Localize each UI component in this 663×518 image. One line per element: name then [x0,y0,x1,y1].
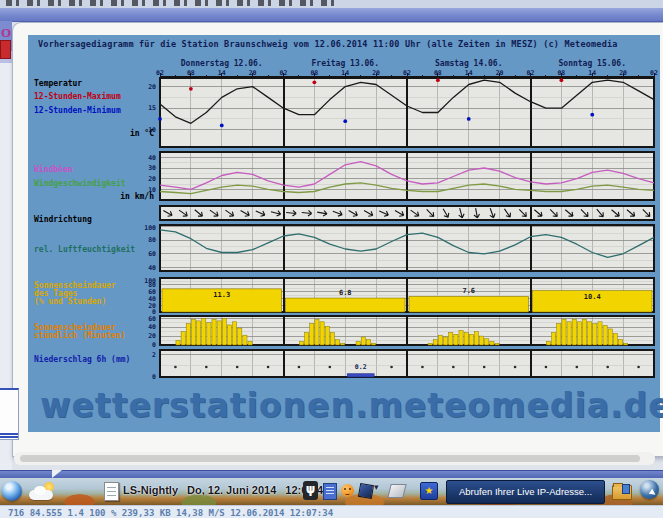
svg-text:15: 15 [148,104,156,112]
svg-text:2: 2 [152,351,156,359]
svg-text:Samstag 14.06.: Samstag 14.06. [435,59,502,68]
clipped-text-fragment [6,0,336,6]
svg-text:20: 20 [148,83,156,91]
svg-text:Windrichtung: Windrichtung [34,214,92,224]
svg-text:0.2: 0.2 [355,363,367,371]
svg-text:0: 0 [152,341,156,349]
top-strip [0,0,663,8]
status-text: 716 84.555 1.4 100 % 239,33 KB 14,38 M/S… [8,508,333,518]
svg-text:in km/h: in km/h [120,191,154,201]
svg-text:40: 40 [148,323,156,331]
svg-text:60: 60 [148,250,156,258]
svg-text:20: 20 [148,332,156,340]
weather-cloud-icon[interactable] [29,482,56,501]
svg-text:12-Stunden-Minimum: 12-Stunden-Minimum [34,105,121,115]
taskbar-app-label: LS-Nightly [123,484,178,496]
svg-text:08: 08 [557,69,565,77]
svg-text:100: 100 [144,224,156,232]
svg-text:Temperatur: Temperatur [34,79,82,88]
svg-text:100: 100 [144,277,156,285]
svg-text:7.6: 7.6 [462,287,475,295]
tray-caret-icon[interactable]: ▾ [374,482,379,492]
watermark: wetterstationen.meteomedia.de [40,386,654,425]
svg-text:30: 30 [148,164,156,172]
svg-text:11.3: 11.3 [213,291,230,299]
globe-icon[interactable] [640,480,659,499]
svg-text:20: 20 [372,69,380,77]
ip-banner[interactable]: Abrufen Ihrer Live IP-Adresse... [446,480,605,504]
svg-text:40: 40 [148,154,156,162]
svg-text:20: 20 [249,69,257,77]
app-orb-icon[interactable] [2,481,22,501]
clipped-letter: O [1,25,11,41]
svg-text:08: 08 [187,69,195,77]
svg-text:in °C: in °C [130,128,154,138]
notes-icon[interactable] [104,482,119,501]
svg-text:02: 02 [280,69,288,77]
taskbar-date: Do, 12. Juni 2014 [187,484,276,496]
svg-text:stündlich (Minuten): stündlich (Minuten) [34,330,126,340]
svg-text:Sonntag 15.06.: Sonntag 15.06. [559,59,626,68]
svg-text:40: 40 [148,264,156,272]
svg-text:Windböen: Windböen [34,164,73,174]
usb-icon[interactable]: ψ [303,481,318,500]
svg-text:12-Stunden-Maximum: 12-Stunden-Maximum [34,91,121,101]
svg-text:Niederschlag 6h (mm): Niederschlag 6h (mm) [34,354,130,364]
svg-text:08: 08 [434,69,442,77]
svg-text:0: 0 [152,373,156,381]
svg-text:(% und Stunden): (% und Stunden) [34,297,106,306]
svg-text:14: 14 [588,69,596,77]
meteogram-image: Vorhersagediagramm für die Station Braun… [28,35,660,432]
svg-text:14: 14 [218,69,226,77]
red-block [0,40,11,59]
svg-text:80: 80 [148,236,156,244]
horizontal-scrollbar-thumb[interactable] [20,455,640,462]
header-bar [0,8,663,22]
folder-icon[interactable] [612,485,632,500]
svg-text:60: 60 [148,315,156,323]
svg-text:rel. Luftfeuchtigkeit: rel. Luftfeuchtigkeit [34,244,135,254]
svg-text:6.8: 6.8 [339,289,352,297]
svg-text:20: 20 [496,69,504,77]
window-notch [52,470,62,478]
svg-text:14: 14 [465,69,473,77]
svg-text:20: 20 [148,175,156,183]
svg-text:02: 02 [403,69,411,77]
svg-text:14: 14 [341,69,349,77]
svg-text:02: 02 [527,69,535,77]
svg-text:08: 08 [310,69,318,77]
svg-text:Donnerstag 12.06.: Donnerstag 12.06. [181,59,263,68]
star-icon[interactable]: ★ [420,482,438,500]
svg-text:Freitag 13.06.: Freitag 13.06. [312,58,379,68]
file-icon[interactable] [323,483,337,500]
tray-shape-icon[interactable] [358,483,374,499]
edit-icon[interactable] [387,484,406,498]
svg-text:Windgeschwindigkeit: Windgeschwindigkeit [34,178,126,188]
svg-text:10.4: 10.4 [584,293,601,301]
svg-text:20: 20 [619,69,627,77]
meteogram-chart: Donnerstag 12.06.Freitag 13.06.Samstag 1… [28,35,660,432]
taskbar: LS-NightlyDo, 12. Juni 201412:05:43 ψ ▾ … [0,478,663,506]
smiley-icon[interactable] [341,484,354,497]
svg-text:02: 02 [650,69,658,77]
clipped-side-widget [0,388,19,440]
status-strip: 716 84.555 1.4 100 % 239,33 KB 14,38 M/S… [0,505,663,518]
svg-text:02: 02 [156,69,164,77]
